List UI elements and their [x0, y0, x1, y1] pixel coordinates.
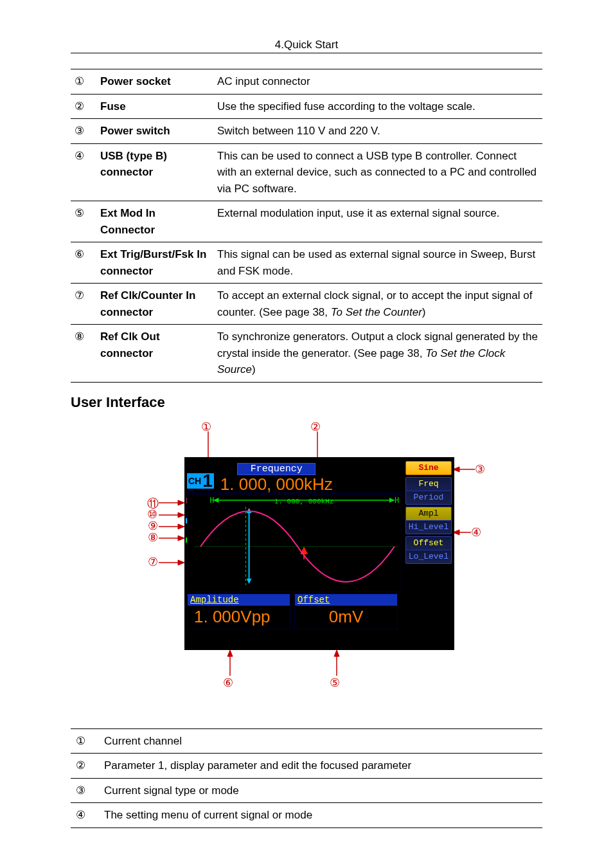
offset-value: 0mV — [295, 606, 397, 629]
channel-number: 1 — [202, 472, 213, 490]
row-name: Fuse — [96, 94, 213, 119]
callout-arrow-11-icon — [159, 500, 184, 506]
row-name: Power socket — [96, 69, 213, 95]
svg-marker-19 — [227, 650, 233, 656]
row-name: Power switch — [96, 119, 213, 144]
amplitude-value: 1. 000Vpp — [188, 606, 290, 629]
amplitude-box: Amplitude 1. 000Vpp — [187, 593, 290, 629]
svg-marker-24 — [389, 498, 395, 503]
connectors-table: ①Power socketAC input connector②FuseUse … — [71, 69, 542, 383]
table-row: ③Power switchSwitch between 110 V and 22… — [71, 119, 542, 144]
svg-marker-17 — [178, 560, 184, 565]
row-number: ⑦ — [71, 284, 96, 325]
table-row: ⑤Ext Mod In ConnectorExternal modulation… — [71, 201, 542, 242]
svg-marker-9 — [178, 500, 184, 505]
waveform-area: 1. 000, 000kHz — [187, 494, 402, 592]
table-row: ④The setting menu of current signal or m… — [71, 803, 542, 828]
callout-arrow-4-icon — [453, 529, 471, 536]
svg-marker-21 — [334, 650, 339, 656]
row-number: ② — [71, 94, 96, 119]
callout-8: ⑧ — [148, 530, 158, 545]
menu-sine[interactable]: Sine — [405, 461, 452, 475]
table-row: ②FuseUse the specified fuse according to… — [71, 94, 542, 119]
row-number: ⑤ — [71, 201, 96, 242]
row-description: AC input connector — [213, 69, 542, 95]
row-description: Use the specified fuse according to the … — [213, 94, 542, 119]
row-number: ③ — [71, 119, 96, 144]
ui-figure: ① ② ③ ④ ⑪ ⑩ ⑨ ⑧ ⑦ ⑥ — [71, 420, 542, 696]
table-row: ①Power socketAC input connector — [71, 69, 542, 95]
svg-marker-13 — [178, 524, 184, 529]
row-text: The setting menu of current signal or mo… — [99, 803, 542, 828]
menu-freq[interactable]: Freq — [405, 477, 452, 491]
row-name: Ext Trig/Burst/Fsk In connector — [96, 242, 213, 284]
legend-table: ①Current channel②Parameter 1, display pa… — [71, 728, 542, 828]
table-row: ⑥Ext Trig/Burst/Fsk In connectorThis sig… — [71, 242, 542, 284]
table-row: ③Current signal type or mode — [71, 778, 542, 803]
svg-marker-15 — [178, 536, 184, 541]
row-name: Ext Mod In Connector — [96, 201, 213, 242]
callout-6: ⑥ — [223, 676, 233, 690]
svg-text:H: H — [395, 496, 399, 505]
wave-freq-text: 1. 000, 000kHz — [274, 498, 334, 505]
row-description: This signal can be used as external sign… — [213, 242, 542, 284]
row-text: Current channel — [99, 728, 542, 754]
table-row: ④USB (type B) connectorThis can be used … — [71, 143, 542, 201]
callout-arrow-8-icon — [159, 535, 184, 541]
callout-arrow-3-icon — [453, 466, 475, 473]
table-row: ⑦Ref Clk/Counter In connectorTo accept a… — [71, 284, 542, 325]
menu-lo-level[interactable]: Lo_Level — [405, 550, 452, 564]
table-row: ①Current channel — [71, 728, 542, 754]
callout-arrow-6-icon — [227, 650, 233, 676]
callout-arrow-7-icon — [159, 559, 184, 566]
row-number: ④ — [71, 143, 96, 201]
svg-text:H: H — [209, 496, 214, 505]
device-screen: CH1 Frequency 1. 000, 000kHz Load:High Z… — [184, 457, 454, 650]
callout-5: ⑤ — [330, 676, 340, 690]
table-row: ②Parameter 1, display parameter and edit… — [71, 754, 542, 779]
row-number: ① — [71, 728, 99, 754]
callout-arrow-10-icon — [159, 512, 184, 518]
svg-marker-11 — [178, 512, 184, 518]
row-number: ⑧ — [71, 325, 96, 383]
row-name: USB (type B) connector — [96, 143, 213, 201]
row-text: Parameter 1, display parameter and edit … — [99, 754, 542, 779]
callout-arrow-9-icon — [159, 523, 184, 530]
row-description: To accept an external clock signal, or t… — [213, 284, 542, 325]
callout-4: ④ — [471, 525, 481, 539]
svg-marker-29 — [247, 579, 252, 584]
offset-box: Offset 0mV — [294, 593, 398, 629]
svg-marker-28 — [247, 508, 252, 513]
row-description: Switch between 110 V and 220 V. — [213, 119, 542, 144]
callout-7: ⑦ — [148, 555, 158, 569]
channel-prefix: CH — [188, 476, 201, 486]
section-title: User Interface — [71, 394, 542, 411]
row-number: ⑥ — [71, 242, 96, 284]
freq-label: Frequency — [237, 463, 315, 475]
menu-period[interactable]: Period — [405, 491, 452, 505]
row-number: ① — [71, 69, 96, 95]
row-description: This can be used to connect a USB type B… — [213, 143, 542, 201]
channel-badge: CH1 — [187, 473, 214, 489]
row-description: External modulation input, use it as ext… — [213, 201, 542, 242]
row-number: ② — [71, 754, 99, 779]
table-row: ⑧Ref Clk Out connectorTo synchronize gen… — [71, 325, 542, 383]
row-number: ④ — [71, 803, 99, 828]
row-description: To synchronize generators. Output a cloc… — [213, 325, 542, 383]
row-number: ③ — [71, 778, 99, 803]
callout-3: ③ — [475, 462, 485, 476]
row-name: Ref Clk Out connector — [96, 325, 213, 383]
row-name: Ref Clk/Counter In connector — [96, 284, 213, 325]
offset-label: Offset — [295, 594, 397, 606]
callout-arrow-5-icon — [333, 650, 340, 676]
row-text: Current signal type or mode — [99, 778, 542, 803]
menu-offset[interactable]: Offset — [405, 536, 452, 550]
menu-hi-level[interactable]: Hi_Level — [405, 520, 452, 534]
freq-value: 1. 000, 000kHz — [220, 476, 333, 493]
menu-ampl[interactable]: Ampl — [405, 507, 452, 520]
right-menu: Sine Freq Period Ampl Hi_Level Offset Lo… — [404, 457, 454, 592]
amplitude-label: Amplitude — [188, 594, 290, 606]
page-header: 4.Quick Start — [71, 39, 542, 53]
